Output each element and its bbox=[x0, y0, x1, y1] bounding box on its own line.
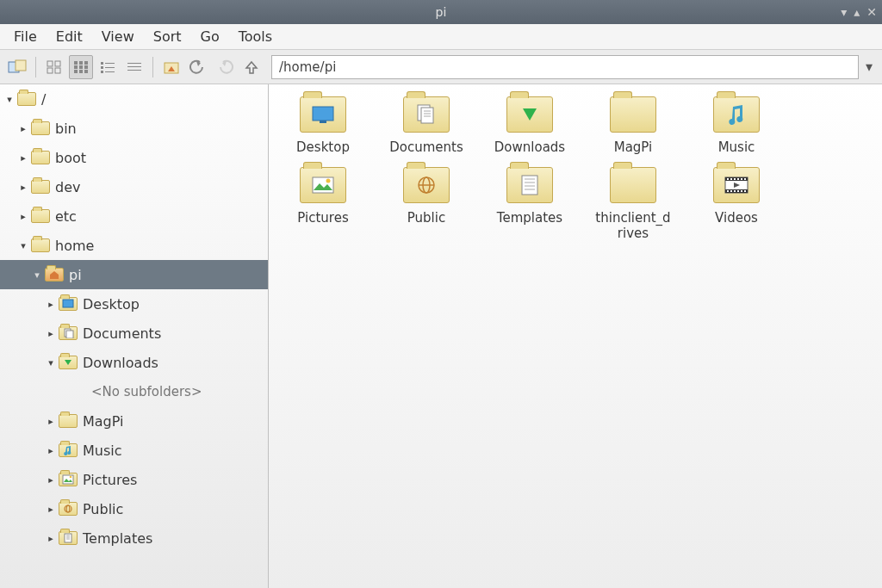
folder-pictures[interactable]: Pictures bbox=[284, 167, 362, 241]
svg-point-29 bbox=[70, 476, 72, 479]
folder-content[interactable]: Desktop Documents Downloads MagPi Music … bbox=[269, 84, 882, 588]
tree-home[interactable]: ▾home bbox=[0, 231, 268, 260]
svg-rect-7 bbox=[79, 61, 83, 65]
tree-bin[interactable]: ▸bin bbox=[0, 114, 268, 143]
file-manager-window: pi ▾ ▴ ✕ File Edit View Sort Go Tools bbox=[0, 0, 882, 588]
svg-rect-43 bbox=[313, 177, 333, 193]
sidebar-tree[interactable]: ▾/ ▸bin ▸boot ▸dev ▸etc ▾home ▾pi ▸Deskt… bbox=[0, 84, 269, 588]
svg-rect-6 bbox=[74, 61, 78, 65]
svg-rect-67 bbox=[744, 190, 746, 192]
svg-point-44 bbox=[326, 179, 331, 183]
folder-thinclient-drives[interactable]: thinclient_drives bbox=[594, 167, 672, 241]
svg-rect-16 bbox=[105, 63, 115, 64]
desktop-icon bbox=[311, 105, 335, 124]
picture-icon bbox=[311, 176, 335, 195]
svg-rect-58 bbox=[734, 178, 736, 180]
new-tab-button[interactable] bbox=[5, 55, 29, 79]
folder-videos[interactable]: Videos bbox=[698, 167, 775, 241]
svg-rect-14 bbox=[84, 70, 88, 73]
svg-rect-56 bbox=[727, 178, 729, 180]
template-icon bbox=[520, 174, 539, 196]
tree-documents[interactable]: ▸Documents bbox=[0, 319, 268, 348]
tree-root[interactable]: ▾/ bbox=[0, 84, 268, 114]
folder-magpi[interactable]: MagPi bbox=[594, 96, 672, 155]
view-details-button[interactable] bbox=[122, 55, 146, 79]
video-icon bbox=[724, 176, 749, 195]
menu-file[interactable]: File bbox=[5, 25, 46, 48]
path-dropdown-icon[interactable]: ▾ bbox=[861, 55, 877, 79]
folder-desktop[interactable]: Desktop bbox=[284, 96, 362, 155]
view-list-button[interactable] bbox=[96, 55, 120, 79]
svg-rect-9 bbox=[74, 65, 78, 69]
back-button[interactable] bbox=[186, 55, 210, 79]
window-controls: ▾ ▴ ✕ bbox=[841, 5, 877, 19]
svg-rect-25 bbox=[63, 300, 73, 307]
svg-rect-23 bbox=[127, 70, 141, 71]
menu-sort[interactable]: Sort bbox=[145, 25, 190, 48]
toolbar-separator bbox=[35, 57, 36, 77]
menu-view[interactable]: View bbox=[93, 25, 143, 48]
menu-go[interactable]: Go bbox=[192, 25, 228, 48]
tree-magpi[interactable]: ▸MagPi bbox=[0, 406, 268, 436]
titlebar: pi ▾ ▴ ✕ bbox=[0, 0, 882, 24]
svg-rect-19 bbox=[101, 71, 103, 73]
tree-boot[interactable]: ▸boot bbox=[0, 143, 268, 172]
download-icon bbox=[519, 105, 540, 124]
svg-rect-10 bbox=[79, 65, 83, 69]
toolbar-separator bbox=[152, 57, 153, 77]
folder-templates[interactable]: Templates bbox=[491, 167, 568, 241]
svg-rect-39 bbox=[421, 108, 433, 123]
svg-rect-15 bbox=[101, 62, 103, 65]
svg-point-31 bbox=[66, 505, 70, 512]
svg-rect-2 bbox=[47, 61, 53, 66]
maximize-icon[interactable]: ▴ bbox=[854, 5, 860, 19]
svg-point-30 bbox=[65, 505, 71, 512]
minimize-icon[interactable]: ▾ bbox=[841, 5, 847, 19]
svg-rect-21 bbox=[127, 63, 141, 64]
svg-rect-4 bbox=[47, 68, 53, 73]
svg-rect-18 bbox=[105, 67, 115, 68]
home-button[interactable] bbox=[159, 55, 183, 79]
view-icons-large-button[interactable] bbox=[42, 55, 66, 79]
tree-public[interactable]: ▸Public bbox=[0, 494, 268, 523]
svg-rect-57 bbox=[730, 178, 732, 180]
tree-music[interactable]: ▸Music bbox=[0, 436, 268, 465]
forward-button[interactable] bbox=[213, 55, 237, 79]
menubar: File Edit View Sort Go Tools bbox=[0, 24, 882, 50]
svg-rect-66 bbox=[741, 190, 742, 192]
svg-rect-60 bbox=[741, 178, 742, 180]
tree-pi[interactable]: ▾pi bbox=[0, 260, 268, 289]
svg-rect-5 bbox=[55, 68, 60, 73]
close-icon[interactable]: ✕ bbox=[866, 5, 877, 19]
path-input[interactable] bbox=[271, 55, 859, 79]
svg-rect-63 bbox=[730, 190, 732, 192]
svg-rect-37 bbox=[320, 121, 326, 123]
menu-edit[interactable]: Edit bbox=[47, 25, 91, 48]
tree-pictures[interactable]: ▸Pictures bbox=[0, 465, 268, 494]
svg-rect-20 bbox=[105, 71, 115, 72]
svg-rect-59 bbox=[737, 178, 739, 180]
svg-rect-8 bbox=[84, 61, 88, 65]
toolbar: ▾ bbox=[0, 50, 882, 84]
svg-rect-3 bbox=[55, 61, 60, 66]
view-icons-small-button[interactable] bbox=[69, 55, 93, 79]
svg-rect-36 bbox=[313, 107, 333, 121]
music-icon bbox=[725, 104, 748, 125]
menu-tools[interactable]: Tools bbox=[230, 25, 281, 48]
svg-rect-13 bbox=[79, 70, 83, 73]
svg-rect-12 bbox=[74, 70, 78, 73]
up-button[interactable] bbox=[239, 55, 264, 79]
tree-desktop[interactable]: ▸Desktop bbox=[0, 289, 268, 319]
tree-downloads[interactable]: ▾Downloads bbox=[0, 348, 268, 377]
tree-etc[interactable]: ▸etc bbox=[0, 201, 268, 231]
tree-templates[interactable]: ▸Templates bbox=[0, 523, 268, 553]
svg-rect-48 bbox=[522, 176, 537, 195]
svg-rect-61 bbox=[744, 178, 746, 180]
folder-downloads[interactable]: Downloads bbox=[491, 96, 568, 155]
svg-rect-65 bbox=[737, 190, 739, 192]
folder-documents[interactable]: Documents bbox=[388, 96, 465, 155]
folder-music[interactable]: Music bbox=[698, 96, 775, 155]
folder-public[interactable]: Public bbox=[388, 167, 465, 241]
svg-rect-11 bbox=[84, 65, 88, 69]
tree-dev[interactable]: ▸dev bbox=[0, 172, 268, 201]
